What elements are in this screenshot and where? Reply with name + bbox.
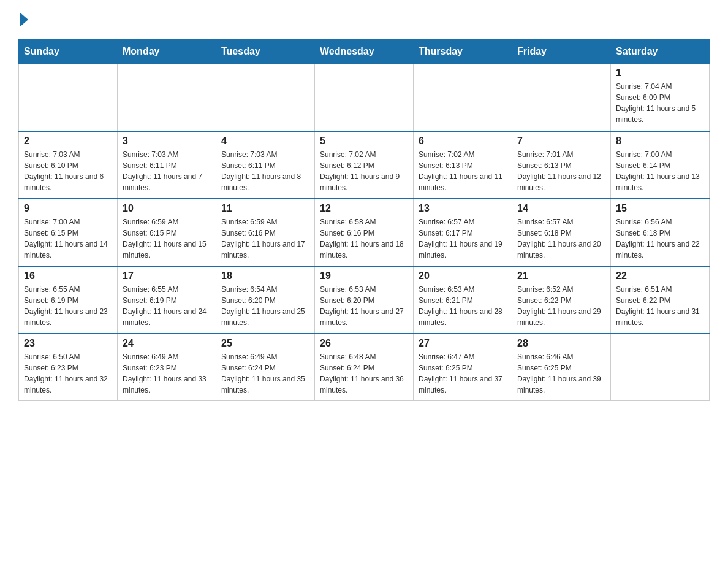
calendar-cell: 24Sunrise: 6:49 AM Sunset: 6:23 PM Dayli… — [118, 334, 216, 401]
day-number: 19 — [320, 270, 408, 282]
day-number: 16 — [24, 270, 112, 282]
calendar-week-3: 9Sunrise: 7:00 AM Sunset: 6:15 PM Daylig… — [19, 199, 710, 266]
calendar-cell: 6Sunrise: 7:02 AM Sunset: 6:13 PM Daylig… — [414, 131, 512, 199]
calendar-cell: 26Sunrise: 6:48 AM Sunset: 6:24 PM Dayli… — [315, 334, 414, 401]
calendar-body: 1Sunrise: 7:04 AM Sunset: 6:09 PM Daylig… — [19, 64, 710, 401]
weekday-header-friday: Friday — [512, 40, 611, 64]
calendar-cell — [315, 64, 414, 131]
day-info: Sunrise: 6:48 AM Sunset: 6:24 PM Dayligh… — [320, 351, 408, 396]
calendar-cell: 1Sunrise: 7:04 AM Sunset: 6:09 PM Daylig… — [611, 64, 710, 131]
calendar-cell: 11Sunrise: 6:59 AM Sunset: 6:16 PM Dayli… — [216, 199, 315, 266]
day-info: Sunrise: 6:49 AM Sunset: 6:24 PM Dayligh… — [221, 351, 309, 396]
calendar-week-1: 1Sunrise: 7:04 AM Sunset: 6:09 PM Daylig… — [19, 64, 710, 131]
day-number: 24 — [123, 338, 211, 349]
logo — [18, 12, 31, 27]
day-info: Sunrise: 7:01 AM Sunset: 6:13 PM Dayligh… — [517, 149, 605, 193]
calendar-cell: 8Sunrise: 7:00 AM Sunset: 6:14 PM Daylig… — [611, 131, 710, 199]
calendar-cell: 7Sunrise: 7:01 AM Sunset: 6:13 PM Daylig… — [512, 131, 611, 199]
weekday-header-wednesday: Wednesday — [315, 40, 414, 64]
day-info: Sunrise: 6:47 AM Sunset: 6:25 PM Dayligh… — [419, 351, 507, 396]
calendar-cell: 2Sunrise: 7:03 AM Sunset: 6:10 PM Daylig… — [19, 131, 118, 199]
calendar-cell: 21Sunrise: 6:52 AM Sunset: 6:22 PM Dayli… — [512, 266, 611, 334]
calendar-cell: 28Sunrise: 6:46 AM Sunset: 6:25 PM Dayli… — [512, 334, 611, 401]
calendar-week-4: 16Sunrise: 6:55 AM Sunset: 6:19 PM Dayli… — [19, 266, 710, 334]
day-info: Sunrise: 7:04 AM Sunset: 6:09 PM Dayligh… — [616, 81, 704, 125]
day-info: Sunrise: 6:50 AM Sunset: 6:23 PM Dayligh… — [24, 351, 112, 396]
calendar-cell: 23Sunrise: 6:50 AM Sunset: 6:23 PM Dayli… — [19, 334, 118, 401]
day-number: 12 — [320, 203, 408, 214]
calendar-header: SundayMondayTuesdayWednesdayThursdayFrid… — [19, 40, 710, 64]
calendar-cell — [512, 64, 611, 131]
weekday-header-thursday: Thursday — [414, 40, 512, 64]
day-info: Sunrise: 7:00 AM Sunset: 6:14 PM Dayligh… — [616, 149, 704, 193]
calendar-cell: 10Sunrise: 6:59 AM Sunset: 6:15 PM Dayli… — [118, 199, 216, 266]
weekday-header-row: SundayMondayTuesdayWednesdayThursdayFrid… — [19, 40, 710, 64]
day-info: Sunrise: 7:00 AM Sunset: 6:15 PM Dayligh… — [24, 216, 112, 261]
calendar-cell: 12Sunrise: 6:58 AM Sunset: 6:16 PM Dayli… — [315, 199, 414, 266]
calendar-cell — [414, 64, 512, 131]
day-info: Sunrise: 6:51 AM Sunset: 6:22 PM Dayligh… — [616, 284, 704, 328]
day-number: 6 — [419, 136, 507, 147]
day-info: Sunrise: 6:52 AM Sunset: 6:22 PM Dayligh… — [517, 284, 605, 328]
day-info: Sunrise: 6:58 AM Sunset: 6:16 PM Dayligh… — [320, 216, 408, 261]
day-info: Sunrise: 6:57 AM Sunset: 6:17 PM Dayligh… — [419, 216, 507, 261]
day-info: Sunrise: 6:57 AM Sunset: 6:18 PM Dayligh… — [517, 216, 605, 261]
day-number: 17 — [123, 270, 211, 282]
day-info: Sunrise: 6:49 AM Sunset: 6:23 PM Dayligh… — [123, 351, 211, 396]
calendar-cell: 5Sunrise: 7:02 AM Sunset: 6:12 PM Daylig… — [315, 131, 414, 199]
day-number: 18 — [221, 270, 309, 282]
day-number: 25 — [221, 338, 309, 349]
logo-arrow-icon — [20, 12, 28, 27]
day-number: 15 — [616, 203, 704, 214]
weekday-header-saturday: Saturday — [611, 40, 710, 64]
page-header — [18, 12, 710, 27]
calendar-week-5: 23Sunrise: 6:50 AM Sunset: 6:23 PM Dayli… — [19, 334, 710, 401]
day-info: Sunrise: 7:02 AM Sunset: 6:13 PM Dayligh… — [419, 149, 507, 193]
weekday-header-sunday: Sunday — [19, 40, 118, 64]
day-number: 4 — [221, 136, 309, 147]
calendar-cell: 25Sunrise: 6:49 AM Sunset: 6:24 PM Dayli… — [216, 334, 315, 401]
day-number: 5 — [320, 136, 408, 147]
calendar-cell: 20Sunrise: 6:53 AM Sunset: 6:21 PM Dayli… — [414, 266, 512, 334]
day-number: 1 — [616, 67, 704, 79]
day-number: 7 — [517, 136, 605, 147]
calendar-cell: 19Sunrise: 6:53 AM Sunset: 6:20 PM Dayli… — [315, 266, 414, 334]
day-number: 10 — [123, 203, 211, 214]
calendar-cell — [118, 64, 216, 131]
day-info: Sunrise: 6:46 AM Sunset: 6:25 PM Dayligh… — [517, 351, 605, 396]
calendar-week-2: 2Sunrise: 7:03 AM Sunset: 6:10 PM Daylig… — [19, 131, 710, 199]
day-info: Sunrise: 6:56 AM Sunset: 6:18 PM Dayligh… — [616, 216, 704, 261]
day-info: Sunrise: 6:54 AM Sunset: 6:20 PM Dayligh… — [221, 284, 309, 328]
calendar-cell: 22Sunrise: 6:51 AM Sunset: 6:22 PM Dayli… — [611, 266, 710, 334]
day-number: 3 — [123, 136, 211, 147]
calendar-cell: 3Sunrise: 7:03 AM Sunset: 6:11 PM Daylig… — [118, 131, 216, 199]
calendar-cell — [611, 334, 710, 401]
day-number: 21 — [517, 270, 605, 282]
day-info: Sunrise: 6:59 AM Sunset: 6:15 PM Dayligh… — [123, 216, 211, 261]
day-info: Sunrise: 6:53 AM Sunset: 6:20 PM Dayligh… — [320, 284, 408, 328]
day-info: Sunrise: 7:02 AM Sunset: 6:12 PM Dayligh… — [320, 149, 408, 193]
day-number: 2 — [24, 136, 112, 147]
calendar-cell: 13Sunrise: 6:57 AM Sunset: 6:17 PM Dayli… — [414, 199, 512, 266]
day-info: Sunrise: 6:55 AM Sunset: 6:19 PM Dayligh… — [24, 284, 112, 328]
day-info: Sunrise: 7:03 AM Sunset: 6:10 PM Dayligh… — [24, 149, 112, 193]
day-number: 11 — [221, 203, 309, 214]
calendar-cell — [19, 64, 118, 131]
day-number: 9 — [24, 203, 112, 214]
calendar-cell: 18Sunrise: 6:54 AM Sunset: 6:20 PM Dayli… — [216, 266, 315, 334]
day-info: Sunrise: 6:53 AM Sunset: 6:21 PM Dayligh… — [419, 284, 507, 328]
calendar-cell: 15Sunrise: 6:56 AM Sunset: 6:18 PM Dayli… — [611, 199, 710, 266]
calendar-cell: 16Sunrise: 6:55 AM Sunset: 6:19 PM Dayli… — [19, 266, 118, 334]
weekday-header-tuesday: Tuesday — [216, 40, 315, 64]
day-info: Sunrise: 7:03 AM Sunset: 6:11 PM Dayligh… — [123, 149, 211, 193]
day-number: 26 — [320, 338, 408, 349]
weekday-header-monday: Monday — [118, 40, 216, 64]
day-number: 28 — [517, 338, 605, 349]
calendar-cell: 27Sunrise: 6:47 AM Sunset: 6:25 PM Dayli… — [414, 334, 512, 401]
calendar-table: SundayMondayTuesdayWednesdayThursdayFrid… — [18, 39, 710, 401]
calendar-cell: 17Sunrise: 6:55 AM Sunset: 6:19 PM Dayli… — [118, 266, 216, 334]
day-number: 23 — [24, 338, 112, 349]
day-number: 14 — [517, 203, 605, 214]
day-number: 8 — [616, 136, 704, 147]
day-info: Sunrise: 7:03 AM Sunset: 6:11 PM Dayligh… — [221, 149, 309, 193]
